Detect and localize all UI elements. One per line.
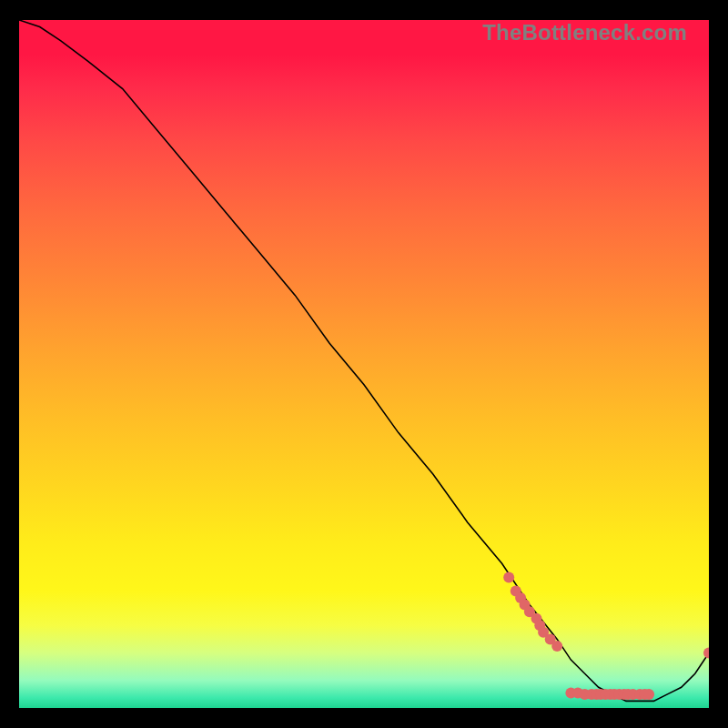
chart-frame: TheBottleneck.com xyxy=(0,0,728,728)
data-point xyxy=(703,648,709,659)
curve-line xyxy=(19,20,709,701)
scatter-group xyxy=(503,571,709,700)
data-point xyxy=(551,641,562,652)
plot-area: TheBottleneck.com xyxy=(19,20,709,708)
chart-svg xyxy=(19,20,709,708)
data-point xyxy=(643,689,654,700)
data-point xyxy=(503,571,514,582)
